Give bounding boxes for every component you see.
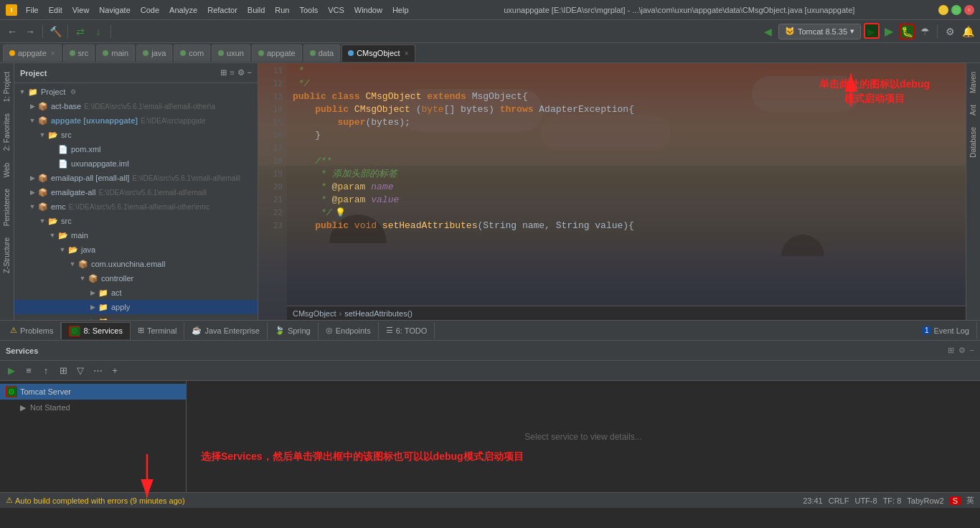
services-add-button[interactable]: ⊞ (56, 364, 70, 378)
expand-icon: ▼ (37, 217, 47, 225)
back-button[interactable]: ← (4, 24, 20, 39)
toolbar-separator-3 (110, 25, 111, 38)
sidebar-tab-favorites[interactable]: 2: Favorites (1, 108, 12, 156)
collapse-all-icon[interactable]: ≡ (230, 68, 234, 77)
tree-emc-java[interactable]: ▼ 📂 java (14, 242, 258, 257)
services-add-new-button[interactable]: + (108, 364, 122, 378)
tree-iml[interactable]: 📄 uxunappgate.iml (14, 156, 258, 171)
tab-java[interactable]: java (136, 44, 172, 62)
code-line-16: } (293, 129, 960, 142)
tree-emc[interactable]: ▼ 📦 emc E:\IDEA\src\v5.6.1\email-all\ema… (14, 199, 258, 214)
tab-com[interactable]: com (174, 44, 210, 62)
close-icon[interactable]: − (970, 346, 974, 355)
btab-event-log[interactable]: 1 Event Log (915, 322, 977, 339)
line-num-16: 16 (258, 129, 287, 142)
menu-analyze[interactable]: Analyze (165, 4, 202, 16)
sidebar-tab-web[interactable]: Web (1, 157, 12, 183)
services-item-not-started[interactable]: ▶ Not Started (0, 400, 186, 415)
btab-endpoints[interactable]: ◎ Endpoints (319, 322, 379, 339)
tree-emailgate-all[interactable]: ▶ 📦 emailgate-all E:\IDEA\src\v5.6.1\ema… (14, 185, 258, 199)
menu-run[interactable]: Run (270, 4, 293, 16)
menu-vcs[interactable]: VCS (324, 4, 349, 16)
services-item-tomcat[interactable]: ⚙ Tomcat Server (0, 384, 186, 400)
run-config-prev[interactable]: ◀ (760, 24, 776, 39)
tab-data[interactable]: data (303, 44, 340, 62)
btab-services[interactable]: ⚙ 8: Services (61, 322, 130, 339)
package-icon: 📁 (98, 316, 109, 320)
sidebar-tab-project[interactable]: 1: Project (1, 66, 12, 108)
tab-cmsgobject[interactable]: CMsgObject × (341, 44, 415, 62)
debug-button[interactable]: 🐛 (899, 24, 915, 39)
external-link-icon[interactable]: ⊞ (220, 68, 227, 77)
sidebar-tab-database[interactable]: Database (968, 121, 979, 164)
tree-package-area[interactable]: ▶ 📁 area (14, 314, 258, 320)
tab-main[interactable]: main (96, 44, 135, 62)
build-button[interactable]: 🔨 (47, 24, 63, 39)
project-panel: Project ⊞ ≡ ⚙ − ▼ 📁 Project ⚙ ▶ 📦 (14, 63, 258, 320)
minimize-button[interactable]: − (938, 5, 948, 15)
tree-package-controller[interactable]: ▼ 📦 controller (14, 271, 258, 286)
run-button[interactable]: ▶ (881, 24, 897, 39)
git-update-button[interactable]: ↓ (90, 24, 106, 39)
services-filter-button[interactable]: ▽ (73, 364, 88, 378)
tree-package-emall[interactable]: ▼ 📦 com.uxunchina.emall (14, 257, 258, 271)
forward-button[interactable]: → (22, 24, 38, 39)
menu-view[interactable]: View (68, 4, 94, 16)
menu-edit[interactable]: Edit (44, 4, 67, 16)
settings-icon[interactable]: ⚙ (958, 346, 966, 355)
sidebar-tab-persistence[interactable]: Persistence (1, 183, 12, 232)
menu-build[interactable]: Build (243, 4, 269, 16)
tree-appgate-src[interactable]: ▼ 📂 src (14, 128, 258, 142)
minimize-icon[interactable]: − (248, 68, 252, 77)
menu-window[interactable]: Window (350, 4, 387, 16)
tree-pom-xml[interactable]: 📄 pom.xml (14, 142, 258, 156)
sidebar-tab-structure[interactable]: Z-Structure (1, 232, 12, 279)
tree-emc-main[interactable]: ▼ 📂 main (14, 228, 258, 242)
sidebar-tab-maven[interactable]: Maven (968, 66, 979, 99)
btab-terminal[interactable]: ⊞ Terminal (131, 322, 185, 339)
tab-appgate2[interactable]: appgate (252, 44, 302, 62)
tree-package-act[interactable]: ▶ 📁 act (14, 286, 258, 300)
tree-act-base[interactable]: ▶ 📦 act-base E:\IDEA\src\v5.6.1\email-al… (14, 99, 258, 113)
close-button[interactable]: × (964, 5, 974, 15)
tab-close-icon[interactable]: × (405, 50, 409, 57)
notifications-button[interactable]: 🔔 (960, 24, 976, 39)
line-num-18: 18 (258, 155, 287, 168)
tree-appgate[interactable]: ▼ 📦 appgate [uxunappgate] E:\IDEA\src\ap… (14, 113, 258, 128)
coverage-button[interactable]: ☂ (917, 24, 933, 39)
tab-close-icon[interactable]: × (51, 50, 55, 57)
menu-help[interactable]: Help (388, 4, 413, 16)
services-collapse-button[interactable]: ↑ (39, 364, 53, 378)
sidebar-tab-ant[interactable]: Ant (968, 99, 979, 121)
external-link-icon[interactable]: ⊞ (948, 346, 954, 355)
btab-spring[interactable]: 🍃 Spring (268, 322, 319, 339)
btab-todo[interactable]: ☰ 6: TODO (379, 322, 435, 339)
services-more-button[interactable]: ⋯ (90, 364, 105, 378)
tree-emailapp-all[interactable]: ▶ 📦 emailapp-all [emall-all] E:\IDEA\src… (14, 171, 258, 185)
lightbulb-icon: 💡 (335, 207, 346, 220)
settings-button[interactable]: ⚙ (942, 24, 958, 39)
tree-project-root[interactable]: ▼ 📁 Project ⚙ (14, 85, 258, 99)
tree-package-apply[interactable]: ▶ 📁 apply (14, 300, 258, 314)
menu-code[interactable]: Code (136, 4, 164, 16)
project-tree: ▼ 📁 Project ⚙ ▶ 📦 act-base E:\IDEA\src\v… (14, 83, 258, 320)
services-group-button[interactable]: ≡ (22, 364, 36, 378)
main-content: 1: Project 2: Favorites Web Persistence … (0, 63, 980, 320)
menu-navigate[interactable]: Navigate (95, 4, 134, 16)
btab-java-enterprise[interactable]: ☕ Java Enterprise (184, 322, 267, 339)
menu-tools[interactable]: Tools (295, 4, 322, 16)
tab-src[interactable]: src (63, 44, 95, 62)
btab-problems[interactable]: ⚠ Problems (3, 322, 61, 339)
menu-file[interactable]: File (22, 4, 43, 16)
gear-icon[interactable]: ⚙ (237, 68, 245, 77)
menu-refactor[interactable]: Refactor (203, 4, 242, 16)
tree-emc-src[interactable]: ▼ 📂 src (14, 214, 258, 228)
run-configuration-dropdown[interactable]: 🐱 Tomcat 8.5.35 ▾ (778, 24, 861, 39)
git-icon[interactable]: ⇄ (72, 24, 88, 39)
maximize-button[interactable]: □ (951, 5, 961, 15)
tab-uxun[interactable]: uxun (212, 44, 250, 62)
code-editor[interactable]: 11 12 13 14 15 16 17 18 19 20 21 22 23 *… (258, 63, 966, 320)
services-run-button[interactable]: ▶ (4, 364, 19, 378)
tab-appgate[interactable]: appgate × (3, 44, 62, 62)
code-content[interactable]: * */ public class CMsgObject extends Msg… (287, 63, 966, 320)
